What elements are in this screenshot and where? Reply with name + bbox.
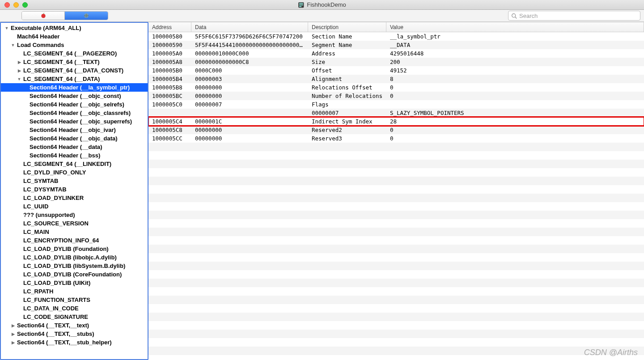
table-row-empty [148,253,644,262]
tree-item[interactable]: Section64 Header (__objc_ivar) [1,126,148,134]
tree-item[interactable]: Section64 Header (__objc_selrefs) [1,100,148,109]
tree-item[interactable]: Section64 (__TEXT,__stub_helper) [1,338,148,347]
cell-address: 1000005B0 [148,67,191,74]
cell-description: 00000007 [308,110,386,116]
table-row[interactable]: 1000005805F5F6C615F73796D626F6C5F7074720… [148,32,644,41]
tree-item[interactable]: Section64 Header (__bss) [1,151,148,160]
app-icon [298,2,304,8]
column-header-value[interactable]: Value [386,22,644,32]
tree-item[interactable]: LC_LOAD_DYLIB (CoreFoundation) [1,270,148,279]
disclosure-right-icon[interactable] [10,331,16,337]
table-row[interactable]: 1000005C800000000Reserved20 [148,126,644,134]
tree-item[interactable]: Section64 Header (__objc_const) [1,92,148,100]
tree-item[interactable]: LC_LOAD_DYLIB (libobjc.A.dylib) [1,253,148,262]
tree-item[interactable]: LC_RPATH [1,287,148,296]
tree-item[interactable]: LC_LOAD_DYLIB (Foundation) [1,245,148,253]
tree-item[interactable]: LC_SEGMENT_64 (__DATA) [1,75,148,83]
tree-item[interactable]: LC_ENCRYPTION_INFO_64 [1,236,148,245]
tree-item[interactable]: LC_MAIN [1,228,148,236]
tree-item[interactable]: Load Commands [1,41,148,49]
cell-description: Flags [308,101,386,108]
close-window-button[interactable] [4,2,10,8]
tree-item[interactable]: Section64 Header (__objc_data) [1,134,148,143]
table-row[interactable]: 1000005905F5F444154410000000000000000000… [148,41,644,49]
tree-item[interactable]: LC_DATA_IN_CODE [1,304,148,313]
tree-item[interactable]: LC_SEGMENT_64 (__PAGEZERO) [1,49,148,58]
disclosure-right-icon[interactable] [16,68,22,74]
search-field[interactable] [508,11,640,21]
tree-item[interactable]: Section64 Header (__la_symbol_ptr) [1,83,148,92]
view-mode-raw-button[interactable] [22,12,65,20]
column-header-data[interactable]: Data [191,22,308,32]
tree-item-label: Section64 Header (__la_symbol_ptr) [29,84,130,91]
table-header[interactable]: Address Data Description Value [148,22,644,32]
table-row[interactable]: 1000005A0000000010000C000Address42950164… [148,49,644,58]
tree-item[interactable]: LC_LOAD_DYLIB (libSystem.B.dylib) [1,262,148,270]
tree-item-label: Section64 Header (__objc_classrefs) [29,110,131,116]
tree-item[interactable]: LC_SEGMENT_64 (__LINKEDIT) [1,160,148,168]
tree-item[interactable]: Mach64 Header [1,32,148,41]
table-row-empty [148,143,644,151]
table-row-empty [148,228,644,236]
table-row[interactable]: 1000005C40000001CIndirect Sym Index28 [148,117,644,126]
tree-item[interactable]: Section64 (__TEXT,__text) [1,321,148,330]
tree-item[interactable]: LC_SOURCE_VERSION [1,219,148,228]
titlebar: FishhookDemo [0,0,644,10]
column-header-description[interactable]: Description [308,22,386,32]
tree-item-label: LC_LOAD_DYLINKER [22,195,84,201]
disclosure-down-icon[interactable] [10,42,16,48]
disclosure-none [16,246,22,252]
apple-icon [40,12,47,19]
tree-item-label: Executable (ARM64_ALL) [10,25,81,31]
cell-address: 1000005C4 [148,118,191,125]
table-row[interactable]: 00000007S_LAZY_SYMBOL_POINTERS [148,109,644,117]
tree-item[interactable]: Section64 Header (__data) [1,143,148,151]
tree-item[interactable]: Section64 Header (__objc_classrefs) [1,109,148,117]
disclosure-right-icon[interactable] [16,59,22,65]
table-row[interactable]: 1000005BC00000000Number of Relocations0 [148,92,644,100]
zoom-window-button[interactable] [22,2,28,8]
tree-item[interactable]: LC_DYLD_INFO_ONLY [1,168,148,177]
table-row-empty [148,296,644,304]
table-row[interactable]: 1000005A800000000000000C8Size200 [148,58,644,66]
view-mode-parsed-button[interactable] [65,12,108,20]
minimize-window-button[interactable] [13,2,19,8]
disclosure-none [16,237,22,244]
tree-item[interactable]: ??? (unsupported) [1,211,148,219]
disclosure-right-icon[interactable] [10,339,16,346]
cell-data: 000000010000C000 [191,50,308,57]
cell-description: Number of Relocations [308,93,386,99]
tree-item-label: LC_MAIN [22,229,49,235]
disclosure-down-icon[interactable] [4,25,10,31]
sidebar[interactable]: Executable (ARM64_ALL)Mach64 HeaderLoad … [0,22,148,360]
window-title: FishhookDemo [307,1,346,8]
cell-value: __la_symbol_ptr [386,33,644,40]
tree-item[interactable]: LC_LOAD_DYLINKER [1,194,148,202]
column-header-address[interactable]: Address [148,22,191,32]
tree-item[interactable]: LC_SYMTAB [1,177,148,185]
table-row[interactable]: 1000005B400000003Alignment8 [148,75,644,83]
tree-item[interactable]: LC_CODE_SIGNATURE [1,313,148,321]
tree-item-label: LC_LOAD_DYLIB (Foundation) [22,246,109,252]
tree-item-label: LC_UUID [22,203,48,210]
view-mode-segment[interactable] [21,11,108,20]
tree-item[interactable]: Section64 Header (__objc_superrefs) [1,117,148,126]
table-row[interactable]: 1000005B800000000Relocations Offset0 [148,83,644,92]
disclosure-right-icon[interactable] [10,322,16,329]
table-row[interactable]: 1000005B00000C000Offset49152 [148,66,644,75]
table-row-empty [148,270,644,279]
tree-item[interactable]: Section64 (__TEXT,__stubs) [1,330,148,338]
tree-item[interactable]: LC_LOAD_DYLIB (UIKit) [1,279,148,287]
search-input[interactable] [519,13,637,19]
cell-address: 1000005BC [148,93,191,99]
tree-item-label: Section64 (__TEXT,__stubs) [16,330,94,337]
table-row[interactable]: 1000005C000000007Flags [148,100,644,109]
tree-item[interactable]: LC_FUNCTION_STARTS [1,296,148,304]
tree-item[interactable]: Executable (ARM64_ALL) [1,24,148,32]
tree-item[interactable]: LC_UUID [1,202,148,211]
tree-item[interactable]: LC_SEGMENT_64 (__DATA_CONST) [1,66,148,75]
disclosure-down-icon[interactable] [16,76,22,82]
tree-item[interactable]: LC_DYSYMTAB [1,185,148,194]
tree-item[interactable]: LC_SEGMENT_64 (__TEXT) [1,58,148,66]
table-row[interactable]: 1000005CC00000000Reserved30 [148,134,644,143]
